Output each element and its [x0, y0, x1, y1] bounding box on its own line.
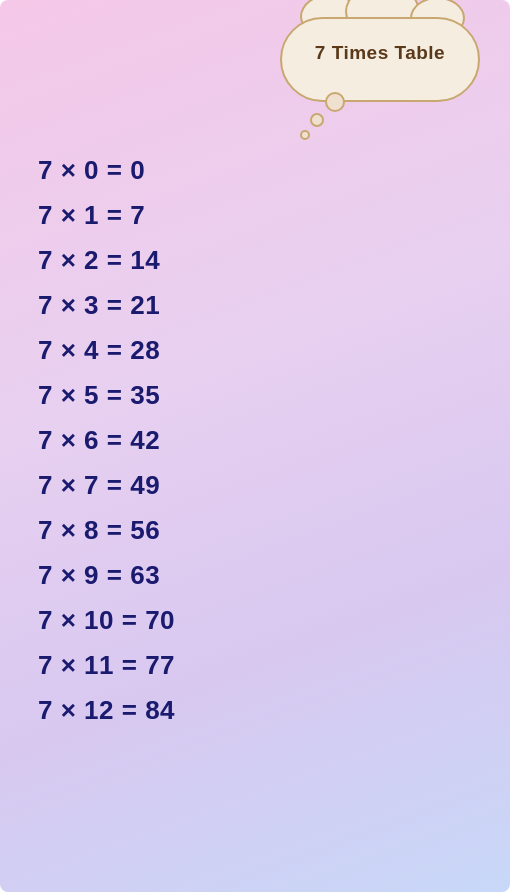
table-row: 7 × 2 = 14	[38, 245, 175, 276]
page: 7 Times Table 7 × 0 = 07 × 1 = 77 × 2 = …	[0, 0, 510, 892]
table-row: 7 × 1 = 7	[38, 200, 175, 231]
table-row: 7 × 12 = 84	[38, 695, 175, 726]
table-row: 7 × 0 = 0	[38, 155, 175, 186]
table-row: 7 × 9 = 63	[38, 560, 175, 591]
table-row: 7 × 8 = 56	[38, 515, 175, 546]
times-table-list: 7 × 0 = 07 × 1 = 77 × 2 = 147 × 3 = 217 …	[38, 155, 175, 740]
table-row: 7 × 10 = 70	[38, 605, 175, 636]
table-row: 7 × 3 = 21	[38, 290, 175, 321]
table-row: 7 × 11 = 77	[38, 650, 175, 681]
thought-bubble: 7 Times Table	[270, 12, 490, 122]
table-row: 7 × 7 = 49	[38, 470, 175, 501]
tail-circle3	[300, 130, 310, 140]
tail-circle1	[325, 92, 345, 112]
table-row: 7 × 5 = 35	[38, 380, 175, 411]
tail-circle2	[310, 113, 324, 127]
cloud-title: 7 Times Table	[270, 42, 490, 64]
table-row: 7 × 6 = 42	[38, 425, 175, 456]
table-row: 7 × 4 = 28	[38, 335, 175, 366]
